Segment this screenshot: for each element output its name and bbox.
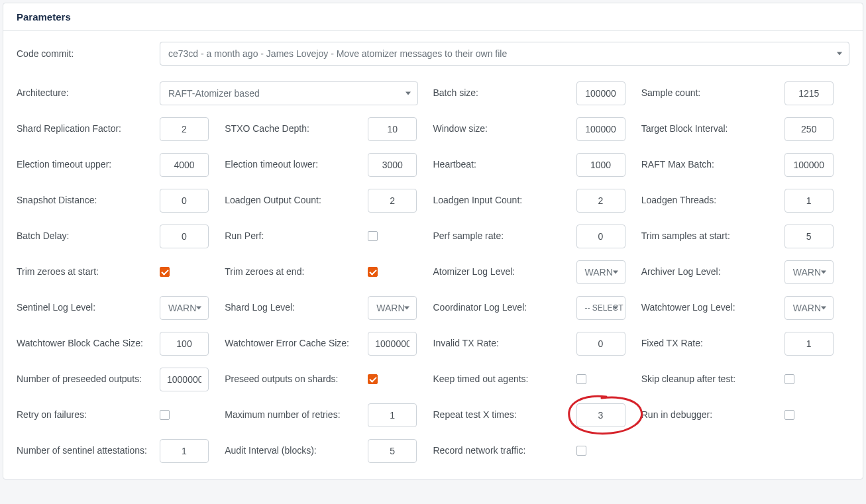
sample-count-label: Sample count: bbox=[641, 81, 785, 100]
run-perf-label: Run Perf: bbox=[225, 225, 368, 243]
sentinel-log-label: Sentinel Log Level: bbox=[17, 296, 160, 315]
shard-replication-input[interactable] bbox=[160, 117, 209, 141]
chevron-down-icon bbox=[821, 307, 826, 310]
record-traffic-checkbox[interactable] bbox=[576, 446, 586, 456]
batch-delay-label: Batch Delay: bbox=[17, 225, 160, 243]
batch-size-input[interactable] bbox=[576, 81, 625, 105]
invalid-tx-input[interactable] bbox=[576, 332, 625, 356]
sentinel-log-value: WARN bbox=[168, 303, 196, 313]
trim-zero-start-checkbox[interactable] bbox=[160, 267, 170, 277]
loadgen-threads-input[interactable] bbox=[785, 189, 834, 213]
window-size-label: Window size: bbox=[433, 117, 576, 136]
run-perf-checkbox[interactable] bbox=[368, 231, 378, 241]
architecture-label: Architecture: bbox=[17, 81, 160, 100]
audit-interval-input[interactable] bbox=[368, 439, 417, 463]
panel-title: Parameters bbox=[3, 3, 863, 31]
max-retries-input[interactable] bbox=[368, 403, 417, 427]
run-debugger-checkbox[interactable] bbox=[785, 410, 794, 420]
loadgen-output-label: Loadgen Output Count: bbox=[225, 189, 368, 207]
coordinator-log-select[interactable]: -- SELECT -- bbox=[576, 296, 625, 320]
wt-block-cache-input[interactable] bbox=[160, 332, 209, 356]
chevron-down-icon bbox=[613, 307, 618, 310]
shard-log-select[interactable]: WARN bbox=[368, 296, 417, 320]
batch-delay-input[interactable] bbox=[160, 225, 209, 248]
snapshot-input[interactable] bbox=[160, 189, 209, 213]
keep-timed-checkbox[interactable] bbox=[576, 374, 586, 384]
atomizer-log-select[interactable]: WARN bbox=[576, 260, 625, 284]
skip-cleanup-checkbox[interactable] bbox=[785, 374, 794, 384]
loadgen-output-input[interactable] bbox=[368, 189, 417, 213]
heartbeat-label: Heartbeat: bbox=[433, 153, 576, 172]
archiver-log-label: Archiver Log Level: bbox=[641, 260, 785, 279]
preseed-shards-checkbox[interactable] bbox=[368, 374, 378, 384]
watchtower-log-select[interactable]: WARN bbox=[785, 296, 834, 320]
retry-fail-label: Retry on failures: bbox=[17, 403, 160, 422]
shard-replication-label: Shard Replication Factor: bbox=[17, 117, 160, 136]
sentinel-attest-label: Number of sentinel attestations: bbox=[17, 439, 160, 458]
wt-block-cache-label: Watchtower Block Cache Size: bbox=[17, 332, 160, 350]
batch-size-label: Batch size: bbox=[433, 81, 576, 100]
election-upper-input[interactable] bbox=[160, 153, 209, 177]
panel-body: Code commit: ce73cd - a month ago - Jame… bbox=[3, 31, 863, 479]
stxo-cache-input[interactable] bbox=[368, 117, 417, 141]
retry-fail-checkbox[interactable] bbox=[160, 410, 170, 420]
loadgen-input-input[interactable] bbox=[576, 189, 625, 213]
skip-cleanup-label: Skip cleanup after test: bbox=[641, 368, 785, 386]
audit-interval-label: Audit Interval (blocks): bbox=[225, 439, 368, 458]
wt-error-cache-input[interactable] bbox=[368, 332, 417, 356]
target-block-input[interactable] bbox=[785, 117, 834, 141]
snapshot-label: Snapshot Distance: bbox=[17, 189, 160, 207]
architecture-value: RAFT-Atomizer based bbox=[168, 88, 260, 99]
fixed-tx-input[interactable] bbox=[785, 332, 834, 356]
watchtower-log-value: WARN bbox=[793, 303, 821, 313]
trim-samples-label: Trim samples at start: bbox=[641, 225, 785, 243]
wt-error-cache-label: Watchtower Error Cache Size: bbox=[225, 332, 368, 350]
run-debugger-label: Run in debugger: bbox=[641, 403, 785, 422]
perf-sample-input[interactable] bbox=[576, 225, 625, 248]
loadgen-threads-label: Loadgen Threads: bbox=[641, 189, 785, 207]
record-traffic-label: Record network traffic: bbox=[433, 439, 576, 458]
sentinel-log-select[interactable]: WARN bbox=[160, 296, 209, 320]
architecture-select[interactable]: RAFT-Atomizer based bbox=[160, 81, 418, 105]
heartbeat-input[interactable] bbox=[576, 153, 625, 177]
shard-log-value: WARN bbox=[376, 303, 404, 313]
election-upper-label: Election timeout upper: bbox=[17, 153, 160, 172]
archiver-log-select[interactable]: WARN bbox=[785, 260, 834, 284]
repeat-test-input[interactable] bbox=[576, 403, 625, 427]
trim-samples-input[interactable] bbox=[785, 225, 834, 248]
target-block-label: Target Block Interval: bbox=[641, 117, 785, 136]
keep-timed-label: Keep timed out agents: bbox=[433, 368, 576, 386]
repeat-test-label: Repeat test X times: bbox=[433, 403, 576, 422]
preseed-shards-label: Preseed outputs on shards: bbox=[225, 368, 368, 386]
chevron-down-icon bbox=[406, 92, 411, 95]
trim-zero-end-checkbox[interactable] bbox=[368, 267, 378, 277]
chevron-down-icon bbox=[837, 52, 842, 56]
shard-log-label: Shard Log Level: bbox=[225, 296, 368, 315]
atomizer-log-label: Atomizer Log Level: bbox=[433, 260, 576, 279]
fixed-tx-label: Fixed TX Rate: bbox=[641, 332, 785, 350]
code-commit-value: ce73cd - a month ago - James Lovejoy - M… bbox=[168, 48, 507, 59]
coordinator-log-value: -- SELECT -- bbox=[585, 303, 625, 313]
window-size-input[interactable] bbox=[576, 117, 625, 141]
parameters-panel: Parameters Code commit: ce73cd - a month… bbox=[3, 3, 863, 479]
election-lower-label: Election timeout lower: bbox=[225, 153, 368, 172]
stxo-cache-label: STXO Cache Depth: bbox=[225, 117, 368, 136]
trim-zero-end-label: Trim zeroes at end: bbox=[225, 260, 368, 279]
chevron-down-icon bbox=[613, 271, 618, 274]
preseeded-input[interactable] bbox=[160, 368, 209, 391]
sample-count-input[interactable] bbox=[785, 81, 834, 105]
code-commit-label: Code commit: bbox=[17, 48, 160, 59]
loadgen-input-label: Loadgen Input Count: bbox=[433, 189, 576, 207]
perf-sample-label: Perf sample rate: bbox=[433, 225, 576, 243]
chevron-down-icon bbox=[404, 307, 409, 310]
chevron-down-icon bbox=[196, 307, 201, 310]
sentinel-attest-input[interactable] bbox=[160, 439, 209, 463]
atomizer-log-value: WARN bbox=[585, 267, 613, 277]
watchtower-log-label: Watchtower Log Level: bbox=[641, 296, 785, 315]
election-lower-input[interactable] bbox=[368, 153, 417, 177]
raft-max-input[interactable] bbox=[785, 153, 834, 177]
code-commit-select[interactable]: ce73cd - a month ago - James Lovejoy - M… bbox=[160, 42, 849, 66]
preseeded-label: Number of preseeded outputs: bbox=[17, 368, 160, 386]
invalid-tx-label: Invalid TX Rate: bbox=[433, 332, 576, 350]
coordinator-log-label: Coordinator Log Level: bbox=[433, 296, 576, 315]
